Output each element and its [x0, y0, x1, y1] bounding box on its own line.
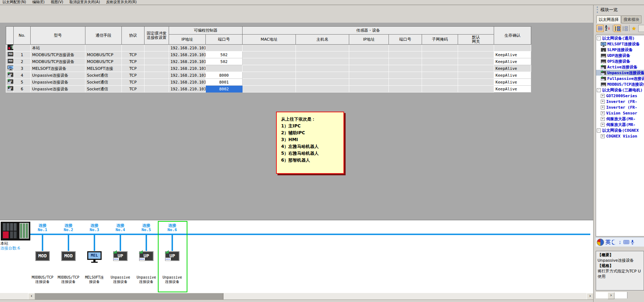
subnet-mask-cell[interactable]	[422, 45, 458, 51]
tree-item-selected[interactable]: UP>>>Unpassive连接设备	[596, 70, 644, 76]
sensor-ip-cell[interactable]	[349, 72, 389, 79]
sensor-port-cell[interactable]	[389, 79, 422, 86]
plc-port-cell[interactable]: 502	[206, 58, 243, 65]
drag-grip-icon[interactable]	[597, 6, 599, 13]
gateway-cell[interactable]	[458, 58, 494, 65]
tree-item[interactable]: +Inverter (FR-	[596, 104, 644, 110]
crescent-icon[interactable]	[612, 240, 616, 245]
collapse-icon[interactable]: -	[597, 36, 601, 40]
hostname-cell[interactable]	[296, 45, 349, 51]
scroll-right-button[interactable]: ›	[587, 293, 594, 300]
list-view-icon[interactable]	[596, 25, 604, 32]
clipped-toolbar-icon[interactable]	[638, 25, 644, 32]
tree-item[interactable]: -以太网设备(三菱电机)	[596, 87, 644, 93]
subnet-mask-cell[interactable]	[422, 65, 458, 72]
ime-badge-icon[interactable]	[597, 239, 604, 246]
scroll-left-button[interactable]: ‹	[28, 293, 35, 300]
connection-1[interactable]: 连接No.1MODMODBUS/TCP连接设备	[30, 221, 55, 292]
subnet-mask-cell[interactable]	[422, 86, 458, 93]
comm-method-cell[interactable]	[85, 45, 122, 51]
collapse-icon[interactable]: -	[597, 129, 601, 132]
plc-port-cell[interactable]: 8002	[206, 86, 243, 93]
row-no-cell[interactable]: 1	[14, 51, 31, 58]
row-no-cell[interactable]: 5	[14, 79, 31, 86]
fixed-buffer-cell[interactable]	[145, 79, 169, 86]
sensor-port-cell[interactable]	[389, 45, 422, 51]
expand-icon[interactable]: +	[601, 105, 605, 109]
keyboard-icon[interactable]	[623, 240, 629, 244]
sensor-port-cell[interactable]	[389, 58, 422, 65]
expand-icon[interactable]: +	[601, 100, 605, 104]
menu-edit[interactable]: 编辑(E)	[30, 0, 47, 4]
sensor-ip-cell[interactable]	[349, 45, 389, 51]
tree-item[interactable]: MODMODBUS/TCP连接设备	[596, 81, 644, 87]
sensor-port-cell[interactable]	[389, 65, 422, 72]
gateway-cell[interactable]	[458, 72, 494, 79]
keepalive-cell[interactable]: KeepAlive	[494, 58, 531, 65]
tab-search-module[interactable]: 搜索模块	[621, 15, 641, 23]
plc-ip-cell[interactable]: 192.168.210.101	[169, 65, 206, 72]
expand-icon[interactable]: +	[601, 94, 605, 98]
expand-icon[interactable]: +	[601, 111, 605, 115]
collapse-icon[interactable]: -	[597, 88, 601, 92]
fixed-buffer-cell[interactable]	[145, 45, 169, 51]
hostname-cell[interactable]	[296, 58, 349, 65]
comm-method-cell[interactable]: MODBUS/TCP	[85, 58, 122, 65]
gateway-cell[interactable]	[458, 65, 494, 72]
tree-item[interactable]: +伺服放大器(MR-	[596, 122, 644, 127]
connection-6[interactable]: 连接No.6UP>>>Unpassive连接设备	[159, 221, 185, 292]
fixed-buffer-cell[interactable]	[145, 72, 169, 79]
plc-ip-cell[interactable]: 192.168.210.101	[169, 58, 206, 65]
keepalive-cell[interactable]: KeepAlive	[494, 51, 531, 58]
tab-ethernet-selection[interactable]: 以太网选择	[596, 15, 621, 23]
tree-view-alt-icon[interactable]	[621, 25, 629, 32]
comm-method-cell[interactable]: Socket通信	[85, 79, 122, 86]
sensor-port-cell[interactable]	[389, 72, 422, 79]
hostname-cell[interactable]	[296, 65, 349, 72]
expand-icon[interactable]: +	[601, 123, 605, 127]
expand-icon[interactable]: +	[601, 134, 605, 138]
row-no-cell[interactable]: 6	[14, 86, 31, 93]
mac-address-cell[interactable]	[243, 79, 296, 86]
favorites-star-icon[interactable]: ★	[630, 25, 638, 32]
protocol-cell[interactable]: TCP	[122, 58, 145, 65]
horizontal-scrollbar[interactable]: ‹ ›	[0, 293, 593, 299]
plc-port-cell[interactable]: 8001	[206, 79, 243, 86]
plc-ip-cell[interactable]: 192.168.210.101	[169, 45, 206, 51]
microphone-icon[interactable]	[631, 240, 634, 245]
sensor-ip-cell[interactable]	[349, 86, 389, 93]
comm-method-cell[interactable]: MELSOFT连接	[85, 65, 122, 72]
plc-port-cell[interactable]	[206, 65, 243, 72]
comm-method-cell[interactable]: Socket通信	[85, 86, 122, 93]
subnet-mask-cell[interactable]	[422, 72, 458, 79]
menu-view[interactable]: 视图(V)	[48, 0, 66, 4]
scrollbar-thumb[interactable]	[35, 293, 223, 300]
model-cell[interactable]: Unpassive连接设备	[31, 79, 85, 86]
keepalive-cell[interactable]: KeepAlive	[494, 65, 531, 72]
tree-item[interactable]: +伺服放大器(MR-	[596, 116, 644, 122]
protocol-cell[interactable]: TCP	[122, 72, 145, 79]
gateway-cell[interactable]	[458, 79, 494, 86]
model-cell[interactable]: Unpassive连接设备	[31, 86, 85, 93]
connection-3[interactable]: 连接No.3MELMELSOFT连接设备	[81, 221, 107, 292]
keepalive-cell[interactable]: KeepAlive	[494, 79, 531, 86]
fixed-buffer-cell[interactable]	[145, 65, 169, 72]
subnet-mask-cell[interactable]	[422, 79, 458, 86]
tree-item[interactable]: -以太网设备(COGNEX	[596, 127, 644, 133]
fixed-buffer-cell[interactable]	[145, 51, 169, 58]
subnet-mask-cell[interactable]	[422, 58, 458, 65]
fixed-buffer-cell[interactable]	[145, 58, 169, 65]
model-cell[interactable]: MODBUS/TCP连接设备	[31, 51, 85, 58]
keepalive-cell[interactable]	[494, 45, 531, 51]
model-cell[interactable]: Unpassive连接设备	[31, 72, 85, 79]
comm-method-cell[interactable]: MODBUS/TCP	[85, 51, 122, 58]
tree-item[interactable]: SSLMP连接设备	[596, 47, 644, 53]
menu-ethernet-config[interactable]: 以太网配置(N)	[0, 0, 28, 4]
protocol-cell[interactable]: TCP	[122, 51, 145, 58]
connection-2[interactable]: 连接No.2MODMODBUS/TCP连接设备	[55, 221, 81, 292]
sensor-port-cell[interactable]	[389, 86, 422, 93]
keepalive-cell[interactable]: KeepAlive	[494, 72, 531, 79]
mac-address-cell[interactable]	[243, 58, 296, 65]
mac-address-cell[interactable]	[243, 86, 296, 93]
hostname-cell[interactable]	[296, 79, 349, 86]
